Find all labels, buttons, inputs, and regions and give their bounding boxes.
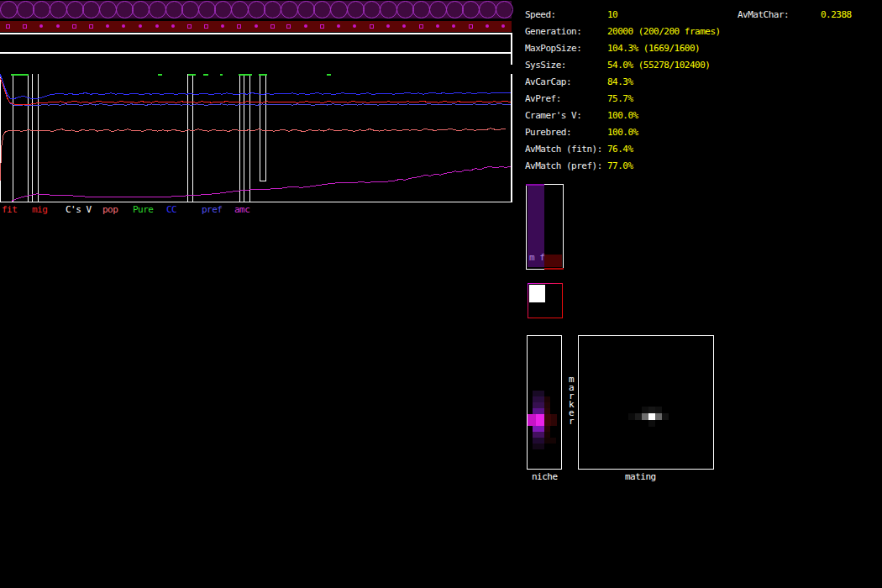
- legend-item-CC: CC: [166, 204, 176, 215]
- marker-axis-letter: r: [569, 416, 574, 427]
- sex-ratio-bottom-accent: [544, 268, 564, 270]
- heatmap-cell: [648, 407, 655, 413]
- legend-item-Pure: Pure: [133, 204, 154, 215]
- stat-label: Cramer's V:: [525, 110, 581, 121]
- stat-label: Generation:: [525, 26, 581, 37]
- history-chart: [0, 0, 882, 588]
- female-bar: [544, 255, 562, 267]
- heatmap-cell: [655, 407, 662, 413]
- stat-value: 100.0%: [607, 110, 638, 121]
- heatmap-cell: [533, 432, 544, 438]
- stat-label: AvCarCap:: [525, 76, 571, 87]
- heatmap-cell: [551, 414, 557, 426]
- mating-label: mating: [625, 471, 656, 482]
- heatmap-cell: [544, 414, 551, 426]
- match-cell: [529, 285, 545, 302]
- stat-value: 75.7%: [607, 93, 633, 104]
- stat-label: AvMatChar:: [738, 9, 789, 20]
- sex-ratio-top-accent: [526, 184, 544, 186]
- series-line-CC: [0, 74, 511, 99]
- stat-label: AvPref:: [525, 93, 561, 104]
- heatmap-cell: [533, 426, 544, 432]
- stat-value: 0.2388: [821, 9, 852, 20]
- mating-heatmap-box: [578, 335, 714, 470]
- stat-value: 76.4%: [607, 144, 633, 155]
- stat-value: 100.0%: [607, 127, 638, 138]
- stat-value: 20000 (200/200 frames): [607, 26, 721, 37]
- legend-item-fit: fit: [2, 204, 17, 215]
- series-line-fit: [0, 78, 511, 105]
- heatmap-cell: [528, 414, 536, 426]
- heatmap-cell: [544, 438, 556, 444]
- heatmap-cell: [648, 420, 655, 427]
- heatmap-cell: [544, 432, 550, 438]
- match-heatmap-widget: [528, 283, 563, 318]
- niche-label: niche: [532, 471, 558, 482]
- sex-ratio-label: m f: [529, 252, 544, 263]
- stat-value: 10: [607, 9, 617, 20]
- heatmap-cell: [628, 413, 635, 420]
- heatmap-cell: [544, 426, 550, 432]
- stat-label: SysSize:: [525, 60, 566, 71]
- heatmap-cell: [533, 391, 544, 396]
- stat-label: MaxPopSize:: [525, 43, 581, 54]
- stat-value: 77.0%: [607, 160, 633, 171]
- heatmap-cell: [536, 414, 544, 426]
- heatmap-cell: [642, 407, 648, 413]
- heatmap-cell: [544, 402, 550, 408]
- heatmap-cell: [533, 402, 544, 408]
- legend-item-pref: pref: [202, 204, 223, 215]
- stat-value: 54.0% (55278/102400): [607, 60, 710, 71]
- stat-label: Purebred:: [525, 127, 571, 138]
- stat-value: 104.3% (1669/1600): [607, 43, 700, 54]
- heatmap-cell: [533, 438, 544, 444]
- alife-simulation-window: { "top_strip": { "bg": "#3f0a3f", "circl…: [0, 0, 882, 588]
- heatmap-cell: [544, 396, 550, 402]
- series-line-pop: [0, 129, 506, 181]
- sex-ratio-widget: m f: [526, 184, 564, 270]
- heatmap-cell: [533, 408, 544, 414]
- legend-item-CsV: C's V: [66, 204, 92, 215]
- heatmap-cell: [648, 413, 655, 420]
- legend-item-pop: pop: [102, 204, 118, 215]
- heatmap-cell: [642, 413, 648, 420]
- heatmap-cell: [533, 444, 544, 449]
- match-heatmap-area: [528, 284, 562, 318]
- legend-item-amc: amc: [234, 204, 249, 215]
- stat-label: AvMatch (pref):: [525, 160, 602, 171]
- stat-label: Speed:: [525, 9, 556, 20]
- legend-item-mig: mig: [32, 204, 47, 215]
- heatmap-cell: [655, 413, 662, 420]
- stat-label: AvMatch (fitn):: [525, 144, 602, 155]
- heatmap-cell: [533, 396, 544, 402]
- heatmap-cell: [635, 413, 642, 420]
- stat-value: 84.3%: [607, 76, 633, 87]
- heatmap-cell: [662, 413, 669, 420]
- series-line-amc: [12, 166, 511, 201]
- heatmap-cell: [544, 408, 550, 414]
